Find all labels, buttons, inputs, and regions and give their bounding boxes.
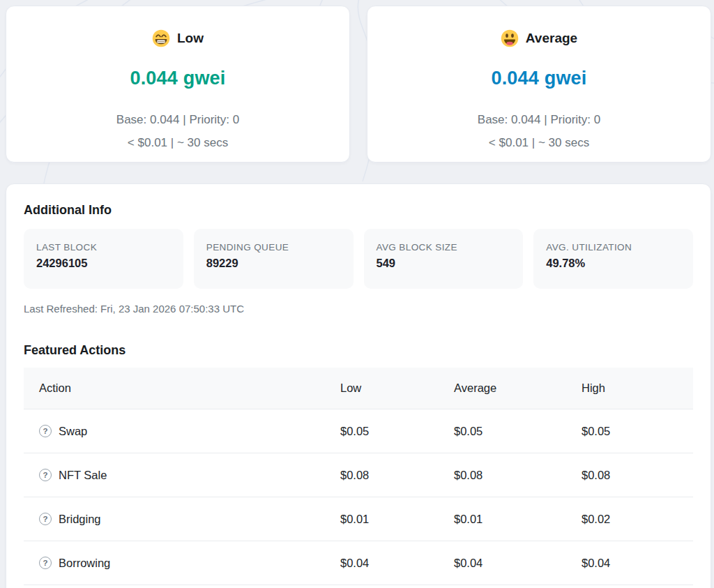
info-panel: Additional Info LAST BLOCK 24296105 PEND… xyxy=(6,183,711,588)
action-label: Borrowing xyxy=(59,557,110,570)
gas-card-low-value: 0.044 gwei xyxy=(6,68,349,89)
column-header-high: High xyxy=(582,382,693,395)
bridging-high-cost: $0.02 xyxy=(582,513,693,526)
borrowing-high-cost: $0.04 xyxy=(582,557,693,570)
additional-info-title: Additional Info xyxy=(24,203,693,218)
table-row-nft-sale: ? NFT Sale $0.08 $0.08 $0.08 xyxy=(24,453,693,497)
nft-sale-high-cost: $0.08 xyxy=(582,469,693,482)
stat-avg-block-size-value: 549 xyxy=(377,257,511,270)
column-header-low: Low xyxy=(340,382,454,395)
gas-card-average-value: 0.044 gwei xyxy=(367,68,711,89)
nft-sale-low-cost: $0.08 xyxy=(340,469,454,482)
action-label: NFT Sale xyxy=(59,469,107,482)
column-header-action: Action xyxy=(24,382,340,395)
action-label: Bridging xyxy=(59,513,101,526)
stat-last-block: LAST BLOCK 24296105 xyxy=(24,229,183,289)
beaming-face-emoji-icon xyxy=(152,29,170,47)
action-cell-borrowing: ? Borrowing xyxy=(24,557,340,570)
bridging-average-cost: $0.01 xyxy=(454,513,582,526)
action-cell-swap: ? Swap xyxy=(24,425,340,438)
stat-last-block-value: 24296105 xyxy=(36,257,171,270)
featured-actions-table: Action Low Average High ? Swap $0.05 $0.… xyxy=(24,368,693,585)
borrowing-low-cost: $0.04 xyxy=(340,557,454,570)
nft-sale-average-cost: $0.08 xyxy=(454,469,582,482)
table-row-swap: ? Swap $0.05 $0.05 $0.05 xyxy=(24,409,693,453)
table-header-row: Action Low Average High xyxy=(24,368,693,409)
stat-avg-utilization: AVG. UTILIZATION 49.78% xyxy=(533,229,693,289)
question-mark-icon[interactable]: ? xyxy=(39,557,52,569)
gas-card-low: Low 0.044 gwei Base: 0.044 | Priority: 0… xyxy=(6,6,350,163)
gas-card-low-label: Low xyxy=(177,31,204,46)
table-row-borrowing: ? Borrowing $0.04 $0.04 $0.04 xyxy=(24,541,693,585)
gas-card-low-title-row: Low xyxy=(6,29,349,47)
borrowing-average-cost: $0.04 xyxy=(454,557,582,570)
swap-low-cost: $0.05 xyxy=(340,425,454,438)
action-cell-nft-sale: ? NFT Sale xyxy=(24,469,340,482)
action-label: Swap xyxy=(59,425,87,438)
gas-card-average-detail: Base: 0.044 | Priority: 0 xyxy=(367,108,711,131)
stat-pending-queue-value: 89229 xyxy=(206,257,341,270)
swap-average-cost: $0.05 xyxy=(454,425,582,438)
gas-card-average-label: Average xyxy=(526,31,577,46)
grinning-face-emoji-icon xyxy=(501,29,519,47)
stat-avg-block-size-label: AVG BLOCK SIZE xyxy=(377,242,511,252)
featured-actions-title: Featured Actions xyxy=(24,343,693,358)
bridging-low-cost: $0.01 xyxy=(340,513,454,526)
stat-avg-block-size: AVG BLOCK SIZE 549 xyxy=(364,229,524,289)
question-mark-icon[interactable]: ? xyxy=(39,469,52,481)
gas-card-average-cost-time: < $0.01 | ~ 30 secs xyxy=(367,131,711,154)
stat-pending-queue: PENDING QUEUE 89229 xyxy=(194,229,354,289)
column-header-average: Average xyxy=(454,382,582,395)
gas-card-average-title-row: Average xyxy=(367,29,711,47)
last-refreshed-text: Last Refreshed: Fri, 23 Jan 2026 07:50:3… xyxy=(24,303,693,315)
gas-card-average: Average 0.044 gwei Base: 0.044 | Priorit… xyxy=(367,6,711,163)
action-cell-bridging: ? Bridging xyxy=(24,513,340,526)
table-row-bridging: ? Bridging $0.01 $0.01 $0.02 xyxy=(24,497,693,541)
stats-row: LAST BLOCK 24296105 PENDING QUEUE 89229 … xyxy=(24,229,693,289)
gas-tracker-page: Low 0.044 gwei Base: 0.044 | Priority: 0… xyxy=(0,0,714,588)
question-mark-icon[interactable]: ? xyxy=(39,425,52,437)
question-mark-icon[interactable]: ? xyxy=(39,513,52,525)
gas-card-low-detail: Base: 0.044 | Priority: 0 xyxy=(6,108,349,131)
stat-avg-utilization-label: AVG. UTILIZATION xyxy=(546,242,681,252)
gas-card-low-cost-time: < $0.01 | ~ 30 secs xyxy=(6,131,349,154)
swap-high-cost: $0.05 xyxy=(582,425,693,438)
stat-last-block-label: LAST BLOCK xyxy=(36,242,171,252)
gas-cards-row: Low 0.044 gwei Base: 0.044 | Priority: 0… xyxy=(6,6,711,163)
stat-pending-queue-label: PENDING QUEUE xyxy=(206,242,341,252)
stat-avg-utilization-value: 49.78% xyxy=(546,257,681,270)
